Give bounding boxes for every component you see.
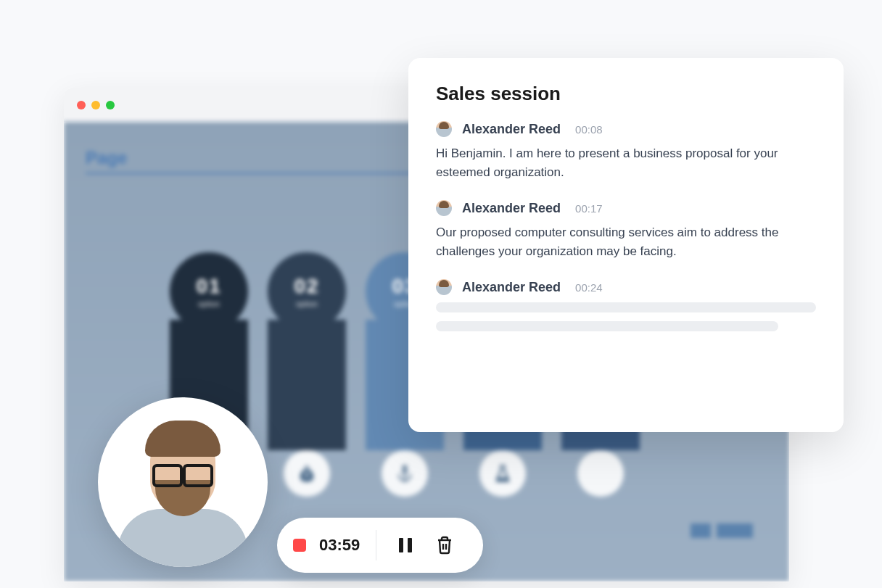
- divider: [376, 530, 376, 560]
- svg-rect-1: [408, 538, 412, 552]
- transcript-entry: Alexander Reed 00:24: [436, 279, 816, 331]
- presenter-avatar: [98, 397, 268, 567]
- entry-timestamp: 00:17: [575, 202, 603, 215]
- option-label: option: [296, 299, 318, 308]
- window-minimize-icon[interactable]: [91, 101, 100, 109]
- trash-icon: [436, 536, 453, 555]
- recording-timer: 03:59: [319, 536, 360, 555]
- window-close-icon[interactable]: [77, 101, 86, 109]
- transcript-entry: Alexander Reed 00:08 Hi Benjamin. I am h…: [436, 121, 816, 181]
- transcript-text: Hi Benjamin. I am here to present a busi…: [436, 144, 816, 181]
- pause-icon: [397, 537, 413, 554]
- option-number: 01: [196, 275, 221, 298]
- speaker-name: Alexander Reed: [462, 122, 561, 137]
- presentation-page-title: Page: [86, 148, 127, 168]
- loading-skeleton: [436, 321, 778, 331]
- delete-button[interactable]: [432, 532, 458, 558]
- pause-button[interactable]: [392, 532, 419, 558]
- option-number: 02: [294, 275, 319, 298]
- record-indicator-icon[interactable]: [293, 539, 306, 552]
- option-label: option: [198, 299, 220, 308]
- speaker-avatar-icon: [436, 200, 452, 216]
- speaker-avatar-icon: [436, 121, 452, 137]
- anchor-icon: [382, 450, 428, 497]
- flask-icon: [479, 450, 526, 497]
- recording-controls: 03:59: [277, 518, 483, 573]
- speaker-name: Alexander Reed: [462, 201, 561, 216]
- page-indicators: [691, 523, 753, 538]
- speaker-name: Alexander Reed: [462, 280, 561, 295]
- svg-rect-0: [399, 538, 403, 552]
- money-bag-icon: [284, 450, 330, 497]
- generic-icon: [577, 450, 624, 497]
- option-column-2: 02option: [263, 252, 350, 497]
- transcript-title: Sales session: [436, 83, 816, 105]
- transcript-panel: Sales session Alexander Reed 00:08 Hi Be…: [408, 58, 844, 432]
- loading-skeleton: [436, 302, 816, 312]
- entry-timestamp: 00:08: [575, 123, 603, 136]
- transcript-text: Our proposed computer consulting service…: [436, 223, 816, 260]
- window-maximize-icon[interactable]: [106, 101, 115, 109]
- transcript-entry: Alexander Reed 00:17 Our proposed comput…: [436, 200, 816, 260]
- entry-timestamp: 00:24: [575, 281, 603, 294]
- speaker-avatar-icon: [436, 279, 452, 295]
